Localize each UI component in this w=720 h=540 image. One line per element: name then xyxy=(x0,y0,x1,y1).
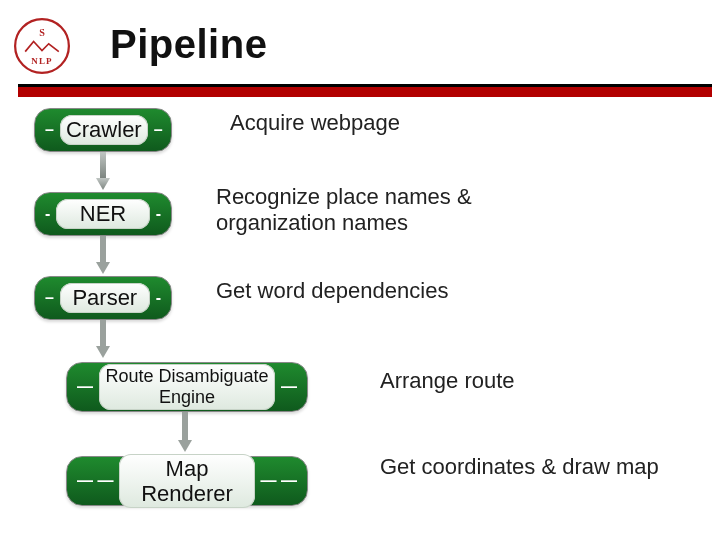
pipeline-step-desc: Get word dependencies xyxy=(216,278,448,304)
svg-marker-6 xyxy=(96,262,110,274)
svg-rect-3 xyxy=(100,152,106,178)
svg-rect-9 xyxy=(182,412,188,440)
svg-marker-4 xyxy=(96,178,110,190)
arrow-down-icon xyxy=(178,412,192,452)
svg-rect-7 xyxy=(100,320,106,346)
svg-text:NLP: NLP xyxy=(31,56,52,66)
tick-right: — — xyxy=(261,473,297,489)
arrow-down-icon xyxy=(96,236,110,274)
tick-left: - xyxy=(45,206,50,222)
accent-bar xyxy=(18,84,712,97)
arrow-down-icon xyxy=(96,152,110,190)
pipeline-step-desc: Recognize place names & organization nam… xyxy=(216,184,566,237)
tick-right: – xyxy=(154,122,163,138)
tick-left: — xyxy=(77,379,93,395)
page-title: Pipeline xyxy=(110,22,267,67)
svg-marker-10 xyxy=(178,440,192,452)
pipeline-step-route-engine: — Route Disambiguate Engine — xyxy=(66,362,308,412)
tick-left: – xyxy=(45,122,54,138)
svg-text:S: S xyxy=(39,27,45,38)
pipeline-step-crawler: – Crawler – xyxy=(34,108,172,152)
tick-left: — — xyxy=(77,473,113,489)
pipeline-step-label: Parser xyxy=(60,283,150,312)
tick-right: - xyxy=(156,206,161,222)
tick-right: - xyxy=(156,290,161,306)
tick-left: – xyxy=(45,290,54,306)
pipeline-step-ner: - NER - xyxy=(34,192,172,236)
tick-right: — xyxy=(281,379,297,395)
pipeline-step-desc: Acquire webpage xyxy=(230,110,400,136)
arrow-down-icon xyxy=(96,320,110,358)
pipeline-step-label: NER xyxy=(56,199,149,228)
pipeline-step-parser: – Parser - xyxy=(34,276,172,320)
pipeline-step-map-renderer: — — Map Renderer — — xyxy=(66,456,308,506)
pipeline-step-label: Map Renderer xyxy=(119,454,254,509)
svg-rect-5 xyxy=(100,236,106,262)
pipeline-step-desc: Get coordinates & draw map xyxy=(380,454,659,480)
svg-marker-8 xyxy=(96,346,110,358)
stanford-nlp-logo: S NLP xyxy=(14,18,70,74)
pipeline-step-label: Route Disambiguate Engine xyxy=(99,364,275,409)
pipeline-step-label: Crawler xyxy=(60,115,148,144)
pipeline-step-desc: Arrange route xyxy=(380,368,515,394)
